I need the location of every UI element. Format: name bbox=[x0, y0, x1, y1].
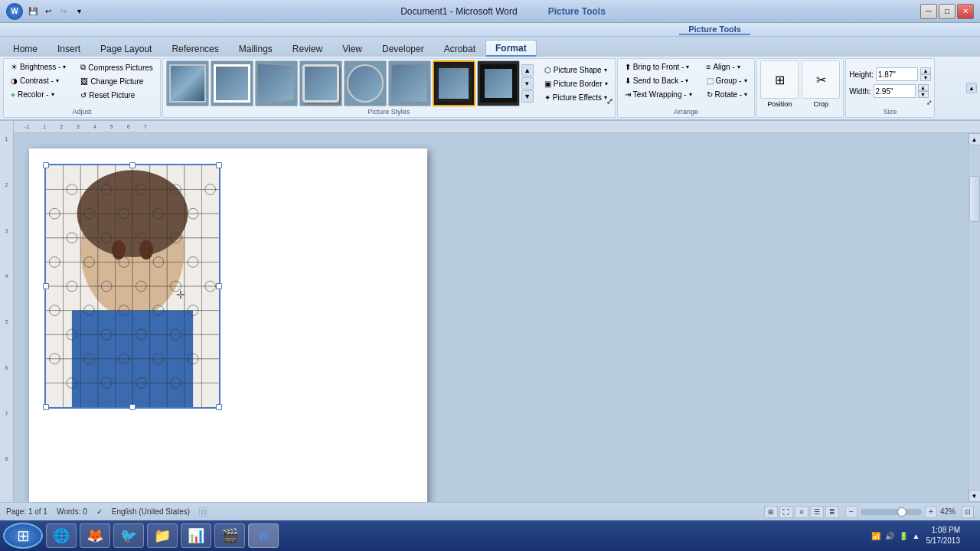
handle-top-mid[interactable] bbox=[129, 162, 136, 168]
tab-mailings[interactable]: Mailings bbox=[229, 40, 283, 57]
quick-access-toolbar: 💾 ↩ ↪ ▾ bbox=[26, 5, 86, 18]
web-layout-btn[interactable]: ≡ bbox=[795, 506, 808, 518]
handle-bot-mid[interactable] bbox=[129, 404, 136, 410]
picture-style-6[interactable] bbox=[388, 60, 431, 106]
save-quick-btn[interactable]: 💾 bbox=[26, 5, 40, 18]
height-input[interactable] bbox=[876, 67, 918, 81]
handle-top-right[interactable] bbox=[216, 162, 222, 168]
clock[interactable]: 1:08 PM 5/17/2013 bbox=[926, 525, 961, 546]
styles-scroll-down[interactable]: ▼ bbox=[521, 90, 534, 103]
undo-quick-btn[interactable]: ↩ bbox=[41, 5, 55, 18]
minimize-button[interactable]: ─ bbox=[920, 4, 937, 19]
picture-shape-button[interactable]: ⬡ Picture Shape ▾ bbox=[541, 64, 612, 77]
height-down-button[interactable]: ▼ bbox=[920, 74, 931, 81]
compress-pictures-button[interactable]: ⧉ Compress Pictures bbox=[77, 60, 156, 74]
taskbar-browser-2[interactable]: 🦊 bbox=[80, 523, 110, 548]
picture-style-3[interactable] bbox=[255, 60, 298, 106]
width-input[interactable] bbox=[874, 84, 916, 98]
redo-quick-btn[interactable]: ↪ bbox=[57, 5, 70, 18]
page-area: ✛ ▲ bbox=[14, 133, 980, 502]
group-button[interactable]: ⬚ Group - ▾ bbox=[703, 74, 752, 87]
arrange-label: Arrange bbox=[618, 108, 754, 116]
taskbar-explorer[interactable]: 📁 bbox=[147, 523, 178, 548]
fit-page-button[interactable]: ⊡ bbox=[962, 506, 974, 518]
taskbar-browser-1[interactable]: 🌐 bbox=[46, 523, 77, 548]
tray-expand[interactable]: ▲ bbox=[913, 532, 920, 540]
scroll-track[interactable] bbox=[969, 145, 980, 490]
full-screen-btn[interactable]: ⛶ bbox=[779, 506, 793, 518]
taskbar-excel[interactable]: 📊 bbox=[181, 523, 211, 548]
picture-style-8[interactable] bbox=[477, 60, 520, 106]
tab-home[interactable]: Home bbox=[3, 40, 47, 57]
taskbar-media[interactable]: 🎬 bbox=[214, 523, 245, 548]
scroll-down-button[interactable]: ▼ bbox=[969, 490, 981, 502]
start-button[interactable]: ⊞ bbox=[3, 523, 43, 549]
styles-scroll-more[interactable]: ▾ bbox=[521, 77, 534, 90]
status-right: ⊞ ⛶ ≡ ☰ ≣ − + 42% ⊡ bbox=[764, 506, 974, 518]
picture-style-7[interactable] bbox=[433, 60, 475, 106]
handle-bot-left[interactable] bbox=[43, 404, 49, 410]
picture-style-4[interactable] bbox=[299, 60, 342, 106]
position-button[interactable]: ⊞ bbox=[760, 60, 799, 99]
picture-style-2[interactable] bbox=[211, 60, 253, 106]
maximize-button[interactable]: □ bbox=[939, 4, 956, 19]
crop-label: Crop bbox=[813, 100, 828, 108]
crop-button[interactable]: ✂ bbox=[802, 60, 840, 99]
bring-front-button[interactable]: ⬆ Bring to Front - ▾ bbox=[621, 60, 696, 73]
zoom-out-button[interactable]: − bbox=[845, 506, 858, 518]
handle-mid-left[interactable] bbox=[43, 283, 49, 289]
width-up-button[interactable]: ▲ bbox=[918, 84, 929, 91]
scroll-up-button[interactable]: ▲ bbox=[969, 133, 981, 145]
picture-effects-button[interactable]: ✦ Picture Effects ▾ bbox=[541, 91, 612, 104]
picture-container[interactable]: ✛ bbox=[44, 164, 220, 409]
picture-style-1[interactable] bbox=[166, 60, 209, 106]
tab-view[interactable]: View bbox=[332, 40, 372, 57]
customize-quick-btn[interactable]: ▾ bbox=[72, 5, 86, 18]
ribbon-collapse-button[interactable]: ▲ bbox=[966, 83, 977, 93]
contrast-button[interactable]: ◑ Contrast - ▾ bbox=[7, 74, 70, 87]
taskbar-browser-3[interactable]: 🐦 bbox=[113, 523, 144, 548]
handle-top-left[interactable] bbox=[43, 162, 49, 168]
width-down-button[interactable]: ▼ bbox=[918, 91, 929, 98]
close-button[interactable]: ✕ bbox=[957, 4, 974, 19]
zoom-thumb[interactable] bbox=[897, 507, 906, 517]
send-back-button[interactable]: ⬇ Send to Back - ▾ bbox=[621, 74, 696, 87]
picture-border-button[interactable]: ▣ Picture Border ▾ bbox=[541, 77, 612, 90]
change-picture-button[interactable]: 🖼 Change Picture bbox=[77, 75, 156, 88]
outline-view-btn[interactable]: ☰ bbox=[810, 506, 824, 518]
tab-developer[interactable]: Developer bbox=[372, 40, 434, 57]
recolor-button[interactable]: ● Recolor - ▾ bbox=[7, 88, 70, 101]
reset-picture-button[interactable]: ↺ Reset Picture bbox=[77, 89, 156, 102]
size-expand-button[interactable]: ⤢ bbox=[926, 99, 933, 106]
draft-view-btn[interactable]: ≣ bbox=[825, 506, 839, 518]
picture-style-5[interactable] bbox=[344, 60, 387, 106]
zoom-in-button[interactable]: + bbox=[925, 506, 937, 518]
brightness-dropdown-icon[interactable]: ▾ bbox=[63, 64, 66, 70]
rotate-button[interactable]: ↻ Rotate - ▾ bbox=[703, 88, 752, 101]
tab-references[interactable]: References bbox=[162, 40, 228, 57]
scroll-thumb[interactable] bbox=[969, 176, 980, 222]
ruler-num-6: 6 bbox=[0, 365, 13, 411]
brightness-button[interactable]: ☀ Brightness - ▾ bbox=[7, 60, 70, 73]
picture-styles-expand[interactable]: ⤢ bbox=[606, 96, 613, 106]
ribbon-expand[interactable]: ▲ bbox=[966, 58, 977, 118]
tab-acrobat[interactable]: Acrobat bbox=[434, 40, 485, 57]
print-layout-btn[interactable]: ⊞ bbox=[764, 506, 778, 518]
tab-insert[interactable]: Insert bbox=[47, 40, 90, 57]
handle-mid-right[interactable] bbox=[216, 283, 222, 289]
zoom-track[interactable] bbox=[861, 509, 922, 515]
handle-bot-right[interactable] bbox=[216, 404, 222, 410]
height-up-button[interactable]: ▲ bbox=[920, 67, 931, 74]
contrast-icon: ◑ bbox=[11, 77, 18, 85]
tab-format[interactable]: Format bbox=[485, 40, 537, 57]
text-wrapping-button[interactable]: ⇥ Text Wrapping - ▾ bbox=[621, 88, 696, 101]
recolor-dropdown-icon[interactable]: ▾ bbox=[51, 91, 54, 98]
ruler-num-4: 4 bbox=[0, 273, 13, 319]
contrast-dropdown-icon[interactable]: ▾ bbox=[56, 77, 59, 84]
taskbar-word[interactable]: W bbox=[248, 523, 279, 548]
styles-scroll-up[interactable]: ▲ bbox=[521, 64, 534, 77]
tab-page-layout[interactable]: Page Layout bbox=[90, 40, 162, 57]
align-button[interactable]: ≡ Align - ▾ bbox=[703, 60, 752, 73]
tab-review[interactable]: Review bbox=[283, 40, 332, 57]
width-spinner: ▲ ▼ bbox=[918, 84, 929, 98]
